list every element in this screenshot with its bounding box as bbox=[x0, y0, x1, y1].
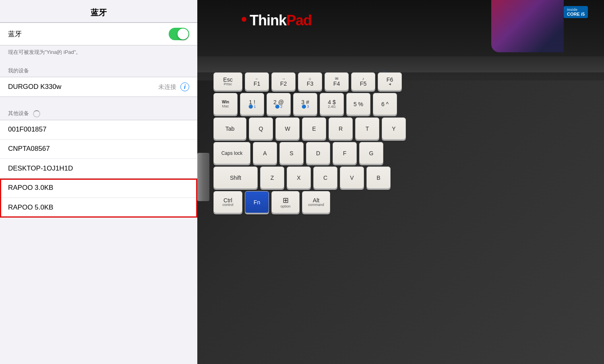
intel-badge: inside CORE i5 bbox=[564, 6, 588, 18]
my-devices-label: 我的设备 bbox=[0, 61, 197, 77]
key-ctrl[interactable]: Ctrl control bbox=[213, 191, 242, 213]
other-devices-label: 其他设备 bbox=[0, 103, 197, 120]
number-key-row: Win Mac 1 ! 🔵 1 2 @ 🔵 2 3 # 🔵 3 4 $ bbox=[213, 93, 604, 115]
zxcv-key-row: Shift Z X C V B bbox=[213, 167, 604, 189]
key-f[interactable]: F bbox=[333, 142, 357, 164]
key-fn[interactable]: Fn bbox=[245, 191, 269, 213]
thinkpad-lid: ThinkPad inside CORE i5 bbox=[197, 0, 604, 80]
key-c[interactable]: C bbox=[313, 167, 337, 189]
key-y[interactable]: Y bbox=[382, 117, 406, 140]
device-info-button[interactable]: i bbox=[180, 82, 189, 91]
other-device-row-rapoo5[interactable]: RAPOO 5.0KB bbox=[0, 198, 197, 217]
trackpoint-dot bbox=[242, 17, 246, 22]
device-name-durgod: DURGOD K330w bbox=[8, 83, 61, 91]
key-f4[interactable]: ✉ F4 bbox=[325, 72, 349, 90]
thinkpad-logo: ThinkPad bbox=[250, 12, 312, 29]
key-alt-sublabel: command bbox=[308, 203, 324, 207]
key-f5[interactable]: ♪ F5 bbox=[351, 72, 375, 90]
key-esc[interactable]: Esc Prtsc bbox=[213, 72, 242, 90]
key-f1[interactable]: ← F1 bbox=[245, 72, 269, 90]
my-devices-group: DURGOD K330w 未连接 i bbox=[0, 77, 197, 97]
toggle-knob bbox=[178, 29, 188, 39]
key-f6[interactable]: F6 ◄ bbox=[378, 72, 402, 90]
key-capslock[interactable]: Caps lock bbox=[213, 142, 250, 164]
key-win-mac[interactable]: Win Mac bbox=[213, 93, 238, 115]
key-q[interactable]: Q bbox=[249, 117, 273, 140]
key-5[interactable]: 5 % bbox=[346, 93, 370, 115]
other-device-row-cnpta[interactable]: CNPTA08567 bbox=[0, 140, 197, 159]
key-1[interactable]: 1 ! 🔵 1 bbox=[240, 93, 264, 115]
key-6[interactable]: 6 ^ bbox=[373, 93, 397, 115]
key-f3[interactable]: ⌂ F3 bbox=[298, 72, 322, 90]
key-windows[interactable]: ⊞ option bbox=[271, 191, 300, 213]
key-r[interactable]: R bbox=[329, 117, 353, 140]
modifier-key-row: Ctrl control Fn ⊞ option Alt command bbox=[213, 191, 604, 213]
other-device-name-001: 001F001857 bbox=[8, 125, 46, 134]
ipad-bluetooth-panel: 蓝牙 蓝牙 现在可被发现为"Yina的 iPad"。 我的设备 DURGOD K… bbox=[0, 0, 197, 364]
discoverable-text: 现在可被发现为"Yina的 iPad"。 bbox=[0, 45, 197, 61]
bluetooth-toggle-group: 蓝牙 bbox=[0, 23, 197, 45]
fn-key-row: Esc Prtsc ← F1 → F2 ⌂ F3 ✉ F4 bbox=[213, 72, 604, 90]
loading-spinner bbox=[33, 110, 40, 117]
other-device-name-desktop: DESKTOP-1OJ1H1D bbox=[8, 165, 73, 173]
bluetooth-title: 蓝牙 bbox=[0, 0, 197, 23]
other-device-name-rapoo3: RAPOO 3.0KB bbox=[8, 184, 53, 192]
key-alt[interactable]: Alt command bbox=[302, 191, 330, 213]
key-d[interactable]: D bbox=[306, 142, 330, 164]
bluetooth-toggle-row: 蓝牙 bbox=[0, 23, 197, 45]
key-f2[interactable]: → F2 bbox=[271, 72, 296, 90]
key-w[interactable]: W bbox=[275, 117, 300, 140]
key-shift[interactable]: Shift bbox=[213, 167, 258, 189]
key-z[interactable]: Z bbox=[260, 167, 284, 189]
other-device-row-rapoo3[interactable]: RAPOO 3.0KB bbox=[0, 179, 197, 198]
keyboard-connector-strap bbox=[197, 153, 209, 201]
keyboard-panel: ThinkPad inside CORE i5 Esc Prtsc bbox=[197, 0, 604, 364]
asdf-key-row: Caps lock A S D F G bbox=[213, 142, 604, 164]
key-v[interactable]: V bbox=[340, 167, 364, 189]
key-windows-sublabel: option bbox=[281, 205, 291, 209]
bluetooth-toggle[interactable] bbox=[169, 28, 189, 40]
key-2[interactable]: 2 @ 🔵 2 bbox=[267, 93, 291, 115]
other-device-name-cnpta: CNPTA08567 bbox=[8, 145, 50, 153]
other-devices-section: 其他设备 001F001857 CNPTA08567 DESKTOP-1OJ1H… bbox=[0, 103, 197, 218]
bluetooth-label: 蓝牙 bbox=[8, 29, 22, 39]
key-3[interactable]: 3 # 🔵 3 bbox=[293, 93, 317, 115]
other-device-row-desktop[interactable]: DESKTOP-1OJ1H1D bbox=[0, 159, 197, 178]
my-device-row-durgod[interactable]: DURGOD K330w 未连接 i bbox=[0, 77, 197, 97]
qwerty-key-row: Tab Q W E R T Y bbox=[213, 117, 604, 140]
key-b[interactable]: B bbox=[366, 167, 391, 189]
device-status-text: 未连接 bbox=[158, 83, 176, 91]
other-devices-group: 001F001857 CNPTA08567 DESKTOP-1OJ1H1D bbox=[0, 120, 197, 179]
key-tab[interactable]: Tab bbox=[213, 117, 246, 140]
key-e[interactable]: E bbox=[302, 117, 326, 140]
other-device-name-rapoo5: RAPOO 5.0KB bbox=[8, 204, 53, 212]
key-g[interactable]: G bbox=[359, 142, 383, 164]
key-4[interactable]: 4 $ 2.4G bbox=[320, 93, 344, 115]
other-device-row-001[interactable]: 001F001857 bbox=[0, 120, 197, 140]
keyboard-container: Esc Prtsc ← F1 → F2 ⌂ F3 ✉ F4 bbox=[213, 72, 604, 364]
highlighted-devices-group: RAPOO 3.0KB RAPOO 5.0KB bbox=[0, 179, 197, 218]
key-a[interactable]: A bbox=[253, 142, 277, 164]
key-s[interactable]: S bbox=[279, 142, 304, 164]
keyboard-background: ThinkPad inside CORE i5 Esc Prtsc bbox=[197, 0, 604, 364]
device-status-right: 未连接 i bbox=[158, 82, 189, 91]
key-t[interactable]: T bbox=[355, 117, 379, 140]
key-x[interactable]: X bbox=[287, 167, 311, 189]
